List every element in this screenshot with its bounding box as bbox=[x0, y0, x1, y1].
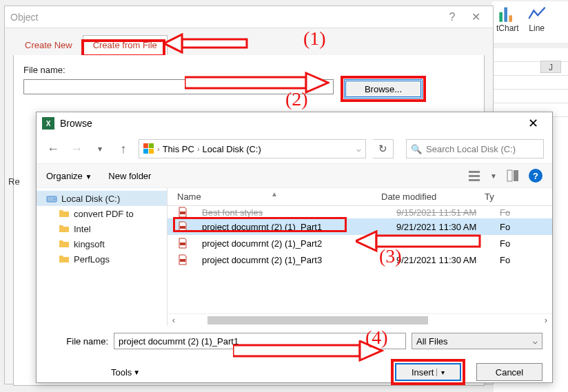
sparkline-icon bbox=[527, 4, 547, 23]
footer-filename-label: File name: bbox=[46, 336, 108, 347]
object-dialog-title: Object bbox=[10, 12, 38, 23]
path-thispc[interactable]: This PC bbox=[163, 144, 194, 154]
list-item[interactable]: project documrnt (2) (1)_Part1 9/21/2021… bbox=[168, 218, 552, 235]
tree-label: kingsoft bbox=[74, 239, 105, 249]
search-placeholder: Search Local Disk (C:) bbox=[426, 144, 516, 154]
scroll-left-icon[interactable]: ‹ bbox=[168, 315, 180, 325]
cancel-button[interactable]: Cancel bbox=[476, 363, 542, 381]
folder-icon bbox=[59, 223, 70, 234]
tree-label: Intel bbox=[74, 224, 91, 234]
chevron-down-icon: ▼ bbox=[133, 369, 140, 376]
list-header[interactable]: Name▲ Date modified Ty bbox=[168, 188, 552, 206]
pivotchart-icon bbox=[498, 4, 517, 23]
tree-label: PerfLogs bbox=[74, 254, 110, 265]
tree-label: Local Disk (C:) bbox=[61, 194, 120, 204]
svg-rect-15 bbox=[180, 226, 185, 229]
help-button[interactable]: ? bbox=[529, 169, 542, 183]
annotation-box-2: Browse... bbox=[341, 76, 426, 102]
browse-dialog-title: Browse bbox=[60, 118, 92, 129]
file-list[interactable]: Name▲ Date modified Ty Best font styles … bbox=[168, 188, 552, 326]
horizontal-scrollbar[interactable]: ‹ › bbox=[168, 313, 552, 326]
svg-rect-5 bbox=[143, 149, 148, 154]
file-date: 9/21/2021 11:30 AM bbox=[396, 238, 500, 249]
tools-menu[interactable]: Tools ▼ bbox=[46, 367, 140, 378]
organize-menu[interactable]: Organize ▼ bbox=[46, 171, 92, 181]
svg-rect-3 bbox=[143, 143, 148, 148]
column-header-j[interactable]: J bbox=[540, 61, 561, 73]
list-item[interactable]: project documrnt (2) (1)_Part2 9/21/2021… bbox=[168, 235, 552, 251]
file-date: 9/21/2021 11:30 AM bbox=[396, 255, 500, 265]
help-icon[interactable]: ? bbox=[440, 8, 464, 27]
folder-tree[interactable]: Local Disk (C:) convert PDF to Intel kin… bbox=[37, 188, 168, 326]
tab-create-new[interactable]: Create New bbox=[14, 35, 83, 55]
file-type-filter[interactable]: All Files ⌵ bbox=[412, 333, 542, 349]
nav-back-icon[interactable]: ← bbox=[45, 141, 61, 157]
file-name-label: File name: bbox=[23, 65, 474, 75]
chevron-down-icon: ⌵ bbox=[533, 337, 538, 346]
svg-rect-4 bbox=[149, 143, 154, 148]
svg-rect-6 bbox=[149, 149, 154, 154]
file-date: 9/15/2021 11:51 AM bbox=[396, 207, 500, 218]
col-header-type[interactable]: Ty bbox=[485, 192, 512, 202]
svg-rect-11 bbox=[514, 170, 518, 181]
file-type: Fo bbox=[500, 238, 527, 249]
chevron-right-icon: › bbox=[197, 145, 200, 153]
insert-button[interactable]: Insert ▾ bbox=[395, 363, 461, 381]
folder-icon bbox=[59, 254, 70, 265]
file-name: project documrnt (2) (1)_Part1 bbox=[192, 222, 396, 232]
file-date: 9/21/2021 11:30 AM bbox=[396, 222, 500, 232]
folder-icon bbox=[59, 208, 70, 219]
list-item[interactable]: Best font styles 9/15/2021 11:51 AM Fo bbox=[168, 206, 552, 218]
line-sparkline-button[interactable]: Line bbox=[523, 1, 551, 36]
new-folder-button[interactable]: New folder bbox=[108, 171, 151, 181]
list-item[interactable]: project documrnt (2) (1)_Part3 9/21/2021… bbox=[168, 251, 552, 268]
file-name: Best font styles bbox=[192, 207, 396, 218]
tree-item-intel[interactable]: Intel bbox=[37, 221, 167, 236]
close-icon[interactable]: ✕ bbox=[464, 8, 487, 27]
scroll-thumb[interactable] bbox=[207, 316, 428, 324]
pdf-icon bbox=[177, 221, 188, 232]
nav-up-icon[interactable]: ↑ bbox=[115, 141, 132, 157]
annotation-box-4: Insert ▾ bbox=[391, 359, 465, 385]
file-name: project documrnt (2) (1)_Part3 bbox=[192, 255, 396, 265]
browse-button[interactable]: Browse... bbox=[345, 81, 421, 97]
file-type: Fo bbox=[500, 207, 527, 218]
filter-label: All Files bbox=[416, 336, 448, 347]
col-header-name[interactable]: Name bbox=[177, 192, 201, 202]
search-icon: 🔍 bbox=[411, 144, 422, 154]
pdf-icon bbox=[177, 238, 188, 249]
tree-item-kingsoft[interactable]: kingsoft bbox=[37, 236, 167, 251]
pdf-icon bbox=[177, 254, 188, 265]
preview-pane-button[interactable] bbox=[507, 169, 519, 182]
view-mode-button[interactable] bbox=[468, 169, 480, 182]
address-bar[interactable]: › This PC › Local Disk (C:) ⌵ bbox=[139, 139, 366, 158]
nav-forward-icon[interactable]: → bbox=[68, 141, 85, 157]
tree-item-localdisk[interactable]: Local Disk (C:) bbox=[37, 191, 167, 206]
pivotchart-button[interactable]: tChart bbox=[492, 1, 523, 36]
nav-recent-icon[interactable]: ▾ bbox=[92, 141, 108, 157]
tab-create-from-file[interactable]: Create from File bbox=[83, 35, 168, 55]
folder-icon bbox=[59, 238, 70, 249]
results-label-fragment: Re bbox=[8, 176, 20, 187]
search-input[interactable]: 🔍 Search Local Disk (C:) bbox=[406, 139, 544, 158]
file-name: project documrnt (2) (1)_Part2 bbox=[192, 238, 396, 249]
refresh-button[interactable]: ↻ bbox=[373, 139, 394, 158]
svg-rect-10 bbox=[507, 170, 512, 181]
path-localdisk[interactable]: Local Disk (C:) bbox=[203, 144, 261, 154]
file-name-input[interactable] bbox=[23, 79, 334, 94]
svg-rect-17 bbox=[180, 259, 185, 262]
address-dropdown-icon[interactable]: ⌵ bbox=[356, 145, 361, 154]
file-type: Fo bbox=[500, 255, 527, 265]
excel-icon: X bbox=[42, 117, 54, 130]
scroll-right-icon[interactable]: › bbox=[540, 315, 552, 325]
tree-item-convert[interactable]: convert PDF to bbox=[37, 206, 167, 221]
svg-rect-0 bbox=[500, 12, 503, 22]
view-dropdown-icon[interactable]: ▼ bbox=[490, 172, 497, 180]
browse-close-button[interactable]: ✕ bbox=[519, 114, 547, 133]
footer-filename-input[interactable] bbox=[114, 333, 406, 349]
col-header-date[interactable]: Date modified bbox=[381, 192, 485, 202]
tree-item-perflogs[interactable]: PerfLogs bbox=[37, 251, 167, 267]
svg-rect-16 bbox=[180, 243, 185, 245]
line-label: Line bbox=[529, 23, 545, 33]
svg-rect-7 bbox=[469, 171, 480, 173]
